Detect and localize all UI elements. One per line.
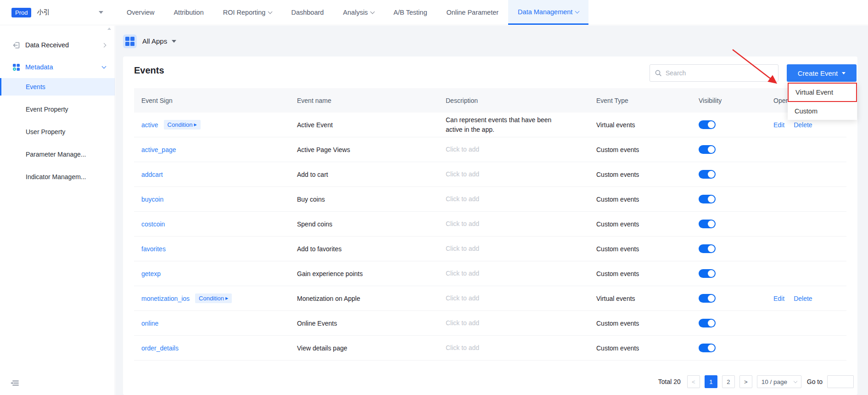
- visibility-toggle[interactable]: [699, 269, 716, 278]
- visibility-toggle[interactable]: [699, 120, 716, 129]
- search-input[interactable]: [666, 69, 773, 77]
- nav-item[interactable]: Overview: [117, 0, 164, 25]
- search-icon: [655, 69, 662, 77]
- col-event-name: Event name: [290, 97, 438, 104]
- delete-link[interactable]: Delete: [794, 295, 812, 302]
- table-header: Event Sign Event name Description Event …: [134, 88, 846, 113]
- nav-item[interactable]: Dashboard: [281, 0, 333, 25]
- chevron-down-icon: [575, 9, 580, 13]
- sidebar-sub-item[interactable]: Parameter Manage...: [0, 146, 115, 163]
- visibility-toggle[interactable]: [699, 244, 716, 253]
- nav-item[interactable]: ROI Reporting: [213, 0, 282, 25]
- nav-item[interactable]: Attribution: [164, 0, 213, 25]
- event-sign-link[interactable]: costcoin: [141, 220, 165, 228]
- app-selector-row: All Apps: [116, 26, 868, 56]
- condition-badge[interactable]: Condition ▶: [195, 293, 232, 303]
- pagination: Total 20 < 1 2 > 10 / page Go to: [134, 375, 854, 388]
- event-description[interactable]: Click to add: [446, 293, 479, 303]
- visibility-toggle[interactable]: [699, 145, 716, 154]
- goto-page-input[interactable]: [827, 375, 854, 388]
- collapse-sidebar-icon[interactable]: [10, 379, 19, 389]
- toggle-knob: [708, 121, 715, 128]
- event-description[interactable]: Click to add: [446, 194, 479, 203]
- visibility-toggle[interactable]: [699, 220, 716, 228]
- create-event-button[interactable]: Create Event: [787, 64, 857, 82]
- event-type: Custom events: [596, 344, 639, 352]
- event-sign-link[interactable]: getexp: [141, 270, 161, 277]
- page-size-select[interactable]: 10 / page: [757, 375, 801, 388]
- event-description[interactable]: Click to add: [446, 169, 479, 179]
- page-button[interactable]: 2: [722, 375, 735, 388]
- toggle-knob: [708, 295, 715, 302]
- prev-page-button[interactable]: <: [687, 375, 700, 388]
- event-description[interactable]: Click to add: [446, 318, 479, 327]
- sidebar-metadata-children: Events Event Property User Property Para…: [0, 78, 115, 186]
- visibility-toggle[interactable]: [699, 195, 716, 203]
- edit-link[interactable]: Edit: [773, 121, 784, 129]
- event-sign-link[interactable]: monetization_ios: [141, 295, 190, 302]
- sidebar-sub-item-label: Events: [26, 83, 45, 90]
- edit-link[interactable]: Edit: [773, 295, 784, 302]
- event-sign-link[interactable]: favorites: [141, 245, 166, 253]
- sidebar-sub-item[interactable]: User Property: [0, 123, 115, 141]
- sidebar-sub-item[interactable]: Event Property: [0, 101, 115, 118]
- sidebar-sub-item-label: Indicator Managem...: [26, 173, 86, 181]
- delete-link[interactable]: Delete: [794, 121, 812, 129]
- event-description[interactable]: Click to add: [446, 244, 479, 253]
- table-row: buycoin ▶ Buy coins Click to add Custom …: [134, 187, 846, 212]
- event-description[interactable]: Click to add: [446, 343, 479, 352]
- app-selector-label[interactable]: All Apps: [142, 37, 167, 45]
- sidebar: Data Received Metadata Events Eve: [0, 26, 115, 395]
- goto-label: Go to: [807, 378, 823, 385]
- create-event-menu: Virtual Event Custom: [788, 83, 857, 120]
- event-description[interactable]: Click to add: [446, 269, 479, 278]
- apps-grid-icon[interactable]: [123, 34, 137, 48]
- event-sign-link[interactable]: addcart: [141, 171, 163, 178]
- project-selector[interactable]: Prod 小引: [11, 0, 103, 25]
- data-received-icon: [12, 41, 20, 49]
- next-page-button[interactable]: >: [739, 375, 752, 388]
- nav-item[interactable]: Analysis: [333, 0, 384, 25]
- event-sign-link[interactable]: online: [141, 320, 158, 327]
- search-box: [650, 64, 778, 82]
- visibility-toggle[interactable]: [699, 294, 716, 303]
- sidebar-item-data-received[interactable]: Data Received: [0, 34, 115, 56]
- visibility-toggle[interactable]: [699, 170, 716, 179]
- event-sign-link[interactable]: buycoin: [141, 196, 163, 203]
- event-name: Active Page Views: [297, 146, 350, 153]
- sidebar-sub-item-label: Event Property: [26, 106, 68, 113]
- sidebar-sub-item[interactable]: Indicator Managem...: [0, 168, 115, 186]
- nav-item[interactable]: A/B Testing: [384, 0, 437, 25]
- event-description[interactable]: Click to add: [446, 219, 479, 228]
- events-card: Events Create Event Event Sign Event nam…: [123, 56, 857, 395]
- sidebar-sub-item[interactable]: Events: [0, 78, 115, 96]
- sidebar-sub-item-label: User Property: [26, 128, 65, 135]
- table-row: order_details ▶ View details page Click …: [134, 336, 846, 361]
- visibility-toggle[interactable]: [699, 319, 716, 327]
- toggle-knob: [708, 146, 715, 153]
- table-row: costcoin ▶ Spend coins Click to add Cust…: [134, 212, 846, 237]
- create-menu-item[interactable]: Virtual Event: [788, 83, 857, 102]
- event-type: Custom events: [596, 220, 639, 228]
- scroll-up-arrow[interactable]: [107, 28, 111, 30]
- event-name: Active Event: [297, 121, 333, 129]
- page-button[interactable]: 1: [705, 375, 717, 388]
- event-sign-link[interactable]: active_page: [141, 146, 176, 153]
- sidebar-item-metadata[interactable]: Metadata: [0, 56, 115, 78]
- event-sign-link[interactable]: active: [141, 121, 158, 129]
- event-sign-link[interactable]: order_details: [141, 344, 179, 352]
- table-row: addcart ▶ Add to cart Click to add Custo…: [134, 162, 846, 187]
- table-row: online ▶ Online Events Click to add Cust…: [134, 311, 846, 336]
- nav-item-label: ROI Reporting: [223, 9, 266, 16]
- visibility-toggle[interactable]: [699, 344, 716, 352]
- create-menu-item[interactable]: Custom: [788, 102, 857, 120]
- nav-item[interactable]: Data Management: [508, 0, 588, 25]
- sidebar-sub-item-label: Parameter Manage...: [26, 151, 86, 158]
- condition-badge[interactable]: Condition ▶: [164, 120, 201, 130]
- col-event-sign: Event Sign: [134, 97, 290, 104]
- col-visibility: Visibility: [691, 97, 766, 104]
- event-description[interactable]: Click to add: [446, 145, 479, 154]
- event-description[interactable]: Can represent events that have been acti…: [446, 115, 565, 134]
- condition-arrow-icon: ▶: [194, 123, 197, 127]
- nav-item[interactable]: Online Parameter: [437, 0, 508, 25]
